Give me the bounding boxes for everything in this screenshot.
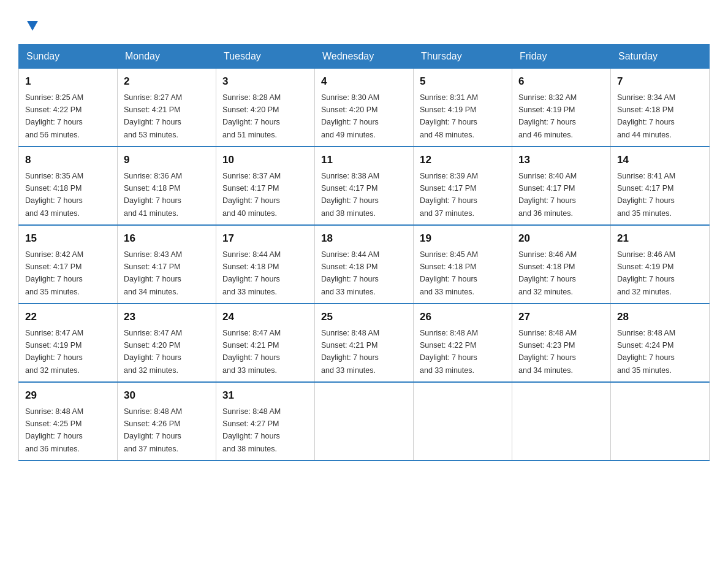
day-number: 13 bbox=[518, 152, 604, 168]
day-info: Sunrise: 8:48 AMSunset: 4:26 PMDaylight:… bbox=[124, 407, 182, 453]
day-number: 26 bbox=[420, 309, 506, 325]
calendar-week-row: 1 Sunrise: 8:25 AMSunset: 4:22 PMDayligh… bbox=[19, 69, 710, 147]
day-number: 11 bbox=[321, 152, 407, 168]
day-number: 30 bbox=[124, 388, 210, 404]
day-info: Sunrise: 8:39 AMSunset: 4:17 PMDaylight:… bbox=[420, 172, 478, 218]
calendar-cell: 11 Sunrise: 8:38 AMSunset: 4:17 PMDaylig… bbox=[315, 147, 414, 225]
day-info: Sunrise: 8:27 AMSunset: 4:21 PMDaylight:… bbox=[124, 93, 182, 139]
calendar-week-row: 8 Sunrise: 8:35 AMSunset: 4:18 PMDayligh… bbox=[19, 147, 710, 225]
day-info: Sunrise: 8:48 AMSunset: 4:23 PMDaylight:… bbox=[518, 329, 577, 375]
day-number: 25 bbox=[321, 309, 407, 325]
day-info: Sunrise: 8:31 AMSunset: 4:19 PMDaylight:… bbox=[420, 93, 478, 139]
day-info: Sunrise: 8:45 AMSunset: 4:18 PMDaylight:… bbox=[420, 250, 478, 296]
day-info: Sunrise: 8:25 AMSunset: 4:22 PMDaylight:… bbox=[25, 93, 83, 139]
day-info: Sunrise: 8:36 AMSunset: 4:18 PMDaylight:… bbox=[124, 172, 182, 218]
logo bbox=[25, 18, 39, 32]
weekday-header-wednesday: Wednesday bbox=[315, 45, 414, 69]
calendar-cell: 28 Sunrise: 8:48 AMSunset: 4:24 PMDaylig… bbox=[611, 304, 710, 382]
day-number: 3 bbox=[222, 74, 308, 90]
calendar-cell: 20 Sunrise: 8:46 AMSunset: 4:18 PMDaylig… bbox=[512, 225, 611, 304]
day-info: Sunrise: 8:37 AMSunset: 4:17 PMDaylight:… bbox=[222, 172, 281, 218]
day-number: 10 bbox=[222, 152, 308, 168]
day-number: 16 bbox=[124, 231, 210, 247]
calendar-cell: 16 Sunrise: 8:43 AMSunset: 4:17 PMDaylig… bbox=[118, 225, 216, 304]
calendar-cell: 7 Sunrise: 8:34 AMSunset: 4:18 PMDayligh… bbox=[611, 69, 710, 147]
weekday-header-saturday: Saturday bbox=[611, 45, 710, 69]
calendar-cell: 24 Sunrise: 8:47 AMSunset: 4:21 PMDaylig… bbox=[216, 304, 315, 382]
day-info: Sunrise: 8:47 AMSunset: 4:20 PMDaylight:… bbox=[124, 329, 182, 375]
calendar-cell: 4 Sunrise: 8:30 AMSunset: 4:20 PMDayligh… bbox=[315, 69, 414, 147]
day-info: Sunrise: 8:48 AMSunset: 4:21 PMDaylight:… bbox=[321, 329, 379, 375]
calendar-week-row: 22 Sunrise: 8:47 AMSunset: 4:19 PMDaylig… bbox=[19, 304, 710, 382]
day-info: Sunrise: 8:42 AMSunset: 4:17 PMDaylight:… bbox=[25, 250, 83, 296]
day-number: 14 bbox=[617, 152, 703, 168]
weekday-header-tuesday: Tuesday bbox=[216, 45, 315, 69]
page-header bbox=[12, 12, 716, 38]
calendar-week-row: 15 Sunrise: 8:42 AMSunset: 4:17 PMDaylig… bbox=[19, 225, 710, 304]
calendar-cell: 19 Sunrise: 8:45 AMSunset: 4:18 PMDaylig… bbox=[414, 225, 512, 304]
day-number: 23 bbox=[124, 309, 210, 325]
calendar-cell: 29 Sunrise: 8:48 AMSunset: 4:25 PMDaylig… bbox=[19, 382, 118, 461]
calendar-table: SundayMondayTuesdayWednesdayThursdayFrid… bbox=[18, 44, 710, 461]
day-number: 12 bbox=[420, 152, 506, 168]
calendar-cell: 31 Sunrise: 8:48 AMSunset: 4:27 PMDaylig… bbox=[216, 382, 315, 461]
calendar-cell: 14 Sunrise: 8:41 AMSunset: 4:17 PMDaylig… bbox=[611, 147, 710, 225]
day-info: Sunrise: 8:47 AMSunset: 4:21 PMDaylight:… bbox=[222, 329, 281, 375]
day-number: 7 bbox=[617, 74, 703, 90]
calendar-cell: 6 Sunrise: 8:32 AMSunset: 4:19 PMDayligh… bbox=[512, 69, 611, 147]
day-info: Sunrise: 8:44 AMSunset: 4:18 PMDaylight:… bbox=[222, 250, 281, 296]
day-number: 21 bbox=[617, 231, 703, 247]
weekday-header-sunday: Sunday bbox=[19, 45, 118, 69]
day-number: 8 bbox=[25, 152, 111, 168]
calendar-cell: 3 Sunrise: 8:28 AMSunset: 4:20 PMDayligh… bbox=[216, 69, 315, 147]
day-info: Sunrise: 8:28 AMSunset: 4:20 PMDaylight:… bbox=[222, 93, 281, 139]
calendar-header-row: SundayMondayTuesdayWednesdayThursdayFrid… bbox=[19, 45, 710, 69]
day-number: 18 bbox=[321, 231, 407, 247]
calendar-cell bbox=[414, 382, 512, 461]
day-info: Sunrise: 8:48 AMSunset: 4:24 PMDaylight:… bbox=[617, 329, 675, 375]
day-info: Sunrise: 8:47 AMSunset: 4:19 PMDaylight:… bbox=[25, 329, 83, 375]
day-number: 22 bbox=[25, 309, 111, 325]
day-number: 20 bbox=[518, 231, 604, 247]
day-info: Sunrise: 8:48 AMSunset: 4:25 PMDaylight:… bbox=[25, 407, 83, 453]
day-info: Sunrise: 8:34 AMSunset: 4:18 PMDaylight:… bbox=[617, 93, 675, 139]
day-info: Sunrise: 8:46 AMSunset: 4:18 PMDaylight:… bbox=[518, 250, 577, 296]
day-number: 5 bbox=[420, 74, 506, 90]
calendar-cell: 26 Sunrise: 8:48 AMSunset: 4:22 PMDaylig… bbox=[414, 304, 512, 382]
day-info: Sunrise: 8:38 AMSunset: 4:17 PMDaylight:… bbox=[321, 172, 379, 218]
day-number: 15 bbox=[25, 231, 111, 247]
calendar-cell: 9 Sunrise: 8:36 AMSunset: 4:18 PMDayligh… bbox=[118, 147, 216, 225]
day-info: Sunrise: 8:35 AMSunset: 4:18 PMDaylight:… bbox=[25, 172, 83, 218]
day-info: Sunrise: 8:40 AMSunset: 4:17 PMDaylight:… bbox=[518, 172, 577, 218]
day-number: 27 bbox=[518, 309, 604, 325]
calendar-cell: 8 Sunrise: 8:35 AMSunset: 4:18 PMDayligh… bbox=[19, 147, 118, 225]
calendar-cell: 21 Sunrise: 8:46 AMSunset: 4:19 PMDaylig… bbox=[611, 225, 710, 304]
weekday-header-monday: Monday bbox=[118, 45, 216, 69]
calendar-cell: 30 Sunrise: 8:48 AMSunset: 4:26 PMDaylig… bbox=[118, 382, 216, 461]
calendar-cell: 1 Sunrise: 8:25 AMSunset: 4:22 PMDayligh… bbox=[19, 69, 118, 147]
day-number: 6 bbox=[518, 74, 604, 90]
day-info: Sunrise: 8:41 AMSunset: 4:17 PMDaylight:… bbox=[617, 172, 675, 218]
day-number: 4 bbox=[321, 74, 407, 90]
day-info: Sunrise: 8:46 AMSunset: 4:19 PMDaylight:… bbox=[617, 250, 675, 296]
calendar-week-row: 29 Sunrise: 8:48 AMSunset: 4:25 PMDaylig… bbox=[19, 382, 710, 461]
calendar-cell: 10 Sunrise: 8:37 AMSunset: 4:17 PMDaylig… bbox=[216, 147, 315, 225]
calendar-cell: 17 Sunrise: 8:44 AMSunset: 4:18 PMDaylig… bbox=[216, 225, 315, 304]
logo-triangle-icon bbox=[26, 18, 39, 32]
day-info: Sunrise: 8:43 AMSunset: 4:17 PMDaylight:… bbox=[124, 250, 182, 296]
day-info: Sunrise: 8:48 AMSunset: 4:22 PMDaylight:… bbox=[420, 329, 478, 375]
day-number: 24 bbox=[222, 309, 308, 325]
day-number: 31 bbox=[222, 388, 308, 404]
calendar-cell: 22 Sunrise: 8:47 AMSunset: 4:19 PMDaylig… bbox=[19, 304, 118, 382]
day-info: Sunrise: 8:44 AMSunset: 4:18 PMDaylight:… bbox=[321, 250, 379, 296]
calendar-cell: 15 Sunrise: 8:42 AMSunset: 4:17 PMDaylig… bbox=[19, 225, 118, 304]
calendar-cell: 18 Sunrise: 8:44 AMSunset: 4:18 PMDaylig… bbox=[315, 225, 414, 304]
day-number: 1 bbox=[25, 74, 111, 90]
day-number: 29 bbox=[25, 388, 111, 404]
calendar-cell: 2 Sunrise: 8:27 AMSunset: 4:21 PMDayligh… bbox=[118, 69, 216, 147]
day-number: 28 bbox=[617, 309, 703, 325]
day-info: Sunrise: 8:32 AMSunset: 4:19 PMDaylight:… bbox=[518, 93, 577, 139]
calendar-cell: 13 Sunrise: 8:40 AMSunset: 4:17 PMDaylig… bbox=[512, 147, 611, 225]
calendar-cell: 27 Sunrise: 8:48 AMSunset: 4:23 PMDaylig… bbox=[512, 304, 611, 382]
calendar-cell: 5 Sunrise: 8:31 AMSunset: 4:19 PMDayligh… bbox=[414, 69, 512, 147]
